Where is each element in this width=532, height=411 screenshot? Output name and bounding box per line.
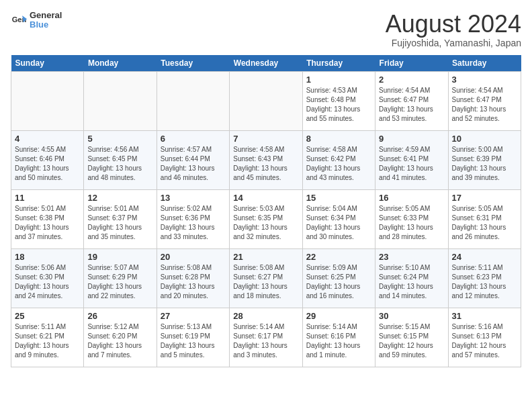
calendar-cell: 15Sunrise: 5:04 AMSunset: 6:34 PMDayligh… [302,189,375,248]
cell-sun-info: Sunrise: 4:58 AMSunset: 6:42 PMDaylight:… [306,145,371,183]
cell-date-number: 5 [87,134,152,144]
calendar-cell: 27Sunrise: 5:13 AMSunset: 6:19 PMDayligh… [157,308,229,367]
cell-date-number: 16 [379,193,444,203]
calendar-cell: 1Sunrise: 4:53 AMSunset: 6:48 PMDaylight… [302,71,375,130]
cell-date-number: 12 [87,193,152,203]
cell-sun-info: Sunrise: 5:05 AMSunset: 6:33 PMDaylight:… [379,204,444,242]
cell-date-number: 28 [233,311,298,321]
cell-date-number: 11 [15,193,80,203]
page-title: August 2024 [386,11,521,38]
weekday-header: Tuesday [157,55,229,72]
calendar-cell: 7Sunrise: 4:58 AMSunset: 6:43 PMDaylight… [230,130,302,189]
cell-date-number: 26 [87,311,152,321]
cell-date-number: 10 [452,134,517,144]
logo-icon: Gen [11,12,27,28]
calendar-cell: 8Sunrise: 4:58 AMSunset: 6:42 PMDaylight… [302,130,375,189]
cell-date-number: 14 [233,193,298,203]
cell-date-number: 9 [379,134,444,144]
calendar-cell: 20Sunrise: 5:08 AMSunset: 6:28 PMDayligh… [157,248,229,308]
cell-sun-info: Sunrise: 5:00 AMSunset: 6:39 PMDaylight:… [452,145,517,183]
calendar-cell: 23Sunrise: 5:10 AMSunset: 6:24 PMDayligh… [375,248,448,308]
weekday-header: Sunday [11,55,84,72]
logo: Gen General Blue [11,11,62,30]
cell-date-number: 24 [452,252,517,262]
cell-sun-info: Sunrise: 5:11 AMSunset: 6:21 PMDaylight:… [15,322,80,360]
cell-sun-info: Sunrise: 5:06 AMSunset: 6:30 PMDaylight:… [15,263,80,301]
page-header: Gen General Blue August 2024 Fujiyoshida… [11,11,521,48]
cell-sun-info: Sunrise: 4:55 AMSunset: 6:46 PMDaylight:… [15,145,80,183]
cell-sun-info: Sunrise: 4:58 AMSunset: 6:43 PMDaylight:… [233,145,298,183]
cell-date-number: 7 [233,134,298,144]
header-row: SundayMondayTuesdayWednesdayThursdayFrid… [11,55,521,72]
calendar-cell: 13Sunrise: 5:02 AMSunset: 6:36 PMDayligh… [157,189,229,248]
title-section: August 2024 Fujiyoshida, Yamanashi, Japa… [386,11,521,48]
cell-sun-info: Sunrise: 5:04 AMSunset: 6:34 PMDaylight:… [306,204,371,242]
cell-sun-info: Sunrise: 4:59 AMSunset: 6:41 PMDaylight:… [379,145,444,183]
calendar-table: SundayMondayTuesdayWednesdayThursdayFrid… [11,55,521,367]
cell-sun-info: Sunrise: 5:01 AMSunset: 6:37 PMDaylight:… [87,204,152,242]
cell-sun-info: Sunrise: 5:03 AMSunset: 6:35 PMDaylight:… [233,204,298,242]
cell-date-number: 3 [452,75,517,85]
weekday-header: Monday [84,55,157,72]
weekday-header: Thursday [302,55,375,72]
logo-line1: General [30,11,62,20]
cell-date-number: 13 [161,193,226,203]
page-subtitle: Fujiyoshida, Yamanashi, Japan [386,38,521,48]
cell-sun-info: Sunrise: 5:02 AMSunset: 6:36 PMDaylight:… [161,204,226,242]
cell-date-number: 29 [306,311,371,321]
calendar-week-row: 1Sunrise: 4:53 AMSunset: 6:48 PMDaylight… [11,71,521,130]
calendar-cell: 30Sunrise: 5:15 AMSunset: 6:15 PMDayligh… [375,308,448,367]
calendar-cell: 18Sunrise: 5:06 AMSunset: 6:30 PMDayligh… [11,248,84,308]
calendar-cell: 21Sunrise: 5:08 AMSunset: 6:27 PMDayligh… [230,248,302,308]
calendar-cell [11,71,84,130]
cell-date-number: 20 [161,252,226,262]
calendar-cell: 2Sunrise: 4:54 AMSunset: 6:47 PMDaylight… [375,71,448,130]
cell-sun-info: Sunrise: 5:11 AMSunset: 6:23 PMDaylight:… [452,263,517,301]
cell-sun-info: Sunrise: 5:15 AMSunset: 6:15 PMDaylight:… [379,322,444,360]
cell-date-number: 25 [15,311,80,321]
calendar-cell: 3Sunrise: 4:54 AMSunset: 6:47 PMDaylight… [448,71,521,130]
cell-sun-info: Sunrise: 4:56 AMSunset: 6:45 PMDaylight:… [87,145,152,183]
calendar-cell: 25Sunrise: 5:11 AMSunset: 6:21 PMDayligh… [11,308,84,367]
cell-sun-info: Sunrise: 5:08 AMSunset: 6:28 PMDaylight:… [161,263,226,301]
calendar-cell: 29Sunrise: 5:14 AMSunset: 6:16 PMDayligh… [302,308,375,367]
calendar-cell: 16Sunrise: 5:05 AMSunset: 6:33 PMDayligh… [375,189,448,248]
cell-date-number: 4 [15,134,80,144]
cell-sun-info: Sunrise: 5:05 AMSunset: 6:31 PMDaylight:… [452,204,517,242]
calendar-cell: 19Sunrise: 5:07 AMSunset: 6:29 PMDayligh… [84,248,157,308]
cell-date-number: 19 [87,252,152,262]
cell-sun-info: Sunrise: 5:09 AMSunset: 6:25 PMDaylight:… [306,263,371,301]
calendar-cell: 10Sunrise: 5:00 AMSunset: 6:39 PMDayligh… [448,130,521,189]
cell-sun-info: Sunrise: 5:12 AMSunset: 6:20 PMDaylight:… [87,322,152,360]
calendar-week-row: 18Sunrise: 5:06 AMSunset: 6:30 PMDayligh… [11,248,521,308]
cell-date-number: 23 [379,252,444,262]
cell-date-number: 6 [161,134,226,144]
weekday-header: Wednesday [230,55,302,72]
calendar-cell: 26Sunrise: 5:12 AMSunset: 6:20 PMDayligh… [84,308,157,367]
logo-line2: Blue [30,20,62,30]
calendar-week-row: 11Sunrise: 5:01 AMSunset: 6:38 PMDayligh… [11,189,521,248]
cell-date-number: 21 [233,252,298,262]
calendar-week-row: 25Sunrise: 5:11 AMSunset: 6:21 PMDayligh… [11,308,521,367]
calendar-cell [84,71,157,130]
cell-date-number: 1 [306,75,371,85]
calendar-cell: 22Sunrise: 5:09 AMSunset: 6:25 PMDayligh… [302,248,375,308]
cell-sun-info: Sunrise: 5:08 AMSunset: 6:27 PMDaylight:… [233,263,298,301]
cell-sun-info: Sunrise: 4:57 AMSunset: 6:44 PMDaylight:… [161,145,226,183]
cell-date-number: 30 [379,311,444,321]
cell-date-number: 31 [452,311,517,321]
calendar-cell: 31Sunrise: 5:16 AMSunset: 6:13 PMDayligh… [448,308,521,367]
weekday-header: Friday [375,55,448,72]
cell-sun-info: Sunrise: 5:10 AMSunset: 6:24 PMDaylight:… [379,263,444,301]
cell-date-number: 17 [452,193,517,203]
cell-date-number: 15 [306,193,371,203]
calendar-cell: 4Sunrise: 4:55 AMSunset: 6:46 PMDaylight… [11,130,84,189]
calendar-cell [230,71,302,130]
cell-date-number: 8 [306,134,371,144]
calendar-cell: 12Sunrise: 5:01 AMSunset: 6:37 PMDayligh… [84,189,157,248]
cell-sun-info: Sunrise: 4:54 AMSunset: 6:47 PMDaylight:… [452,86,517,124]
weekday-header: Saturday [448,55,521,72]
calendar-cell [157,71,229,130]
calendar-week-row: 4Sunrise: 4:55 AMSunset: 6:46 PMDaylight… [11,130,521,189]
cell-date-number: 2 [379,75,444,85]
